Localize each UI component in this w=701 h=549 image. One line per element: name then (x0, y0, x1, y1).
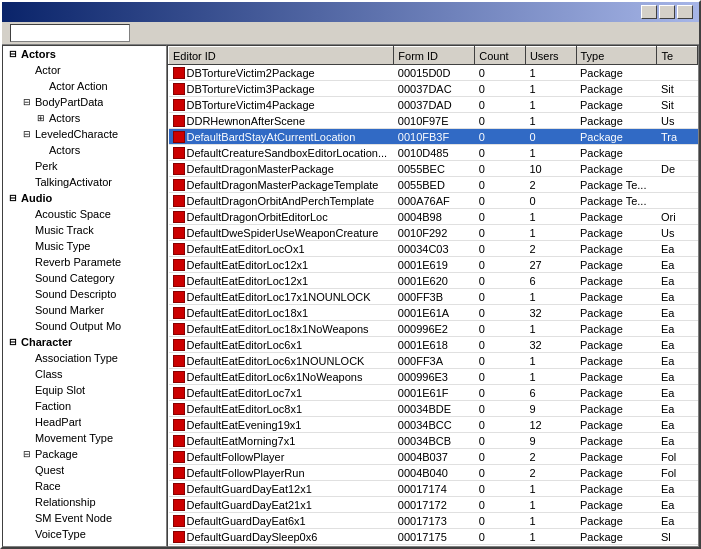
table-row[interactable]: DefaultDragonOrbitAndPerchTemplate000A76… (169, 193, 698, 209)
table-row[interactable]: DefaultEatEditorLoc18x1NoWeapons000996E2… (169, 321, 698, 337)
minimize-button[interactable] (641, 5, 657, 19)
tree-item-character-root[interactable]: ⊟Character (3, 334, 166, 350)
table-row[interactable]: DefaultGuardDayEat12x10001717401PackageE… (169, 481, 698, 497)
cell-users: 12 (525, 417, 576, 433)
tree-item-faction[interactable]: Faction (3, 398, 166, 414)
row-status-icon (173, 387, 185, 399)
cell-users: 0 (525, 129, 576, 145)
tree-item-equip-slot[interactable]: Equip Slot (3, 382, 166, 398)
tree-item-reverb-param[interactable]: Reverb Paramete (3, 254, 166, 270)
tree-item-sound-output[interactable]: Sound Output Mo (3, 318, 166, 334)
tree-item-sound-category[interactable]: Sound Category (3, 270, 166, 286)
table-row[interactable]: DefaultFollowPlayer0004B03702PackageFol (169, 449, 698, 465)
table-row[interactable]: DefaultEatEditorLoc6x1NOUNLOCK000FF3A01P… (169, 353, 698, 369)
cell-count: 0 (475, 97, 526, 113)
tree-item-relationship[interactable]: Relationship (3, 494, 166, 510)
col-editor-id[interactable]: Editor ID (169, 47, 394, 65)
tree-item-voice-type[interactable]: VoiceType (3, 526, 166, 542)
tree-item-music-type[interactable]: Music Type (3, 238, 166, 254)
table-row[interactable]: DBTortureVictim4Package00037DAD01Package… (169, 97, 698, 113)
cell-form-id: 0055BED (394, 177, 475, 193)
expand-icon[interactable]: ⊞ (33, 113, 49, 123)
tree-item-leveled-actors[interactable]: Actors (3, 142, 166, 158)
table-row[interactable]: DefaultEatEditorLoc18x10001E61A032Packag… (169, 305, 698, 321)
tree-item-actors-root[interactable]: ⊟Actors (3, 46, 166, 62)
table-row[interactable]: DefaultDragonMasterPackage0055BEC010Pack… (169, 161, 698, 177)
filter-input[interactable] (10, 24, 130, 42)
col-te[interactable]: Te (657, 47, 698, 65)
tree-item-head-part[interactable]: HeadPart (3, 414, 166, 430)
col-form-id[interactable]: Form ID (394, 47, 475, 65)
maximize-button[interactable] (659, 5, 675, 19)
tree-item-quest[interactable]: Quest (3, 462, 166, 478)
table-row[interactable]: DefaultEatEditorLoc6x1NoWeapons000996E30… (169, 369, 698, 385)
table-row[interactable]: DefaultEatEditorLocOx100034C0302PackageE… (169, 241, 698, 257)
cell-editor-id: DefaultEatEvening19x1 (169, 417, 394, 433)
tree-item-music-track[interactable]: Music Track (3, 222, 166, 238)
cell-form-id: 00034BDE (394, 401, 475, 417)
table-row[interactable]: DefaultDragonMasterPackageTemplate0055BE… (169, 177, 698, 193)
col-users[interactable]: Users (525, 47, 576, 65)
row-status-icon (173, 403, 185, 415)
cell-form-id: 00037DAC (394, 81, 475, 97)
tree-item-perk[interactable]: Perk (3, 158, 166, 174)
expand-icon[interactable]: ⊟ (5, 193, 21, 203)
tree-item-actor-action[interactable]: Actor Action (3, 78, 166, 94)
expand-icon[interactable]: ⊟ (19, 97, 35, 107)
tree-item-race[interactable]: Race (3, 478, 166, 494)
table-row[interactable]: DefaultGuardDayEat21x10001717201PackageE… (169, 497, 698, 513)
tree-item-movement-type[interactable]: Movement Type (3, 430, 166, 446)
table-row[interactable]: DefaultEatEvening19x100034BCC012PackageE… (169, 417, 698, 433)
expand-icon[interactable]: ⊟ (19, 449, 35, 459)
cell-count: 0 (475, 289, 526, 305)
table-row[interactable]: DDRHewnonAfterScene0010F97E01PackageUs (169, 113, 698, 129)
expand-icon[interactable]: ⊟ (5, 49, 21, 59)
table-row[interactable]: DefaultEatEditorLoc12x10001E62006Package… (169, 273, 698, 289)
cell-count: 0 (475, 225, 526, 241)
cell-count: 0 (475, 417, 526, 433)
expand-icon[interactable]: ⊟ (5, 337, 21, 347)
tree-item-acoustic-space[interactable]: Acoustic Space (3, 206, 166, 222)
table-row[interactable]: DefaultGuardDaySleep0x60001717501Package… (169, 529, 698, 545)
tree-item-sound-descriptor[interactable]: Sound Descripto (3, 286, 166, 302)
tree-label: Reverb Paramete (35, 256, 121, 268)
table-row[interactable]: DefaultEatEditorLoc8x100034BDE09PackageE… (169, 401, 698, 417)
cell-type: Package (576, 113, 657, 129)
table-row[interactable]: DefaultEatEditorLoc6x10001E618032Package… (169, 337, 698, 353)
tree-item-sm-event-node[interactable]: SM Event Node (3, 510, 166, 526)
table-row[interactable]: DBTortureVictim3Package00037DAC01Package… (169, 81, 698, 97)
tree-item-package-root[interactable]: ⊟Package (3, 446, 166, 462)
table-row[interactable]: DefaultGuardDayEat6x10001717301PackageEa (169, 513, 698, 529)
tree-item-leveled-char[interactable]: ⊟LeveledCharacte (3, 126, 166, 142)
row-status-icon (173, 83, 185, 95)
table-row[interactable]: DefaultFollowPlayerRun0004B04002PackageF… (169, 465, 698, 481)
cell-form-id: 000FF3B (394, 289, 475, 305)
table-row[interactable]: DefaultBardStayAtCurrentLocation0010FB3F… (169, 129, 698, 145)
cell-editor-id: DefaultEatEditorLoc18x1 (169, 305, 394, 321)
row-status-icon (173, 227, 185, 239)
table-row[interactable]: DefaultDragonOrbitEditorLoc0004B9801Pack… (169, 209, 698, 225)
tree-item-body-actors[interactable]: ⊞Actors (3, 110, 166, 126)
table-row[interactable]: DefaultEatEditorLoc7x10001E61F06PackageE… (169, 385, 698, 401)
close-button[interactable] (677, 5, 693, 19)
table-row[interactable]: DBTortureVictim2Package00015D0D01Package (169, 65, 698, 81)
cell-count: 0 (475, 241, 526, 257)
cell-users: 1 (525, 97, 576, 113)
col-count[interactable]: Count (475, 47, 526, 65)
cell-users: 0 (525, 193, 576, 209)
table-row[interactable]: DefaultEatEditorLoc12x10001E619027Packag… (169, 257, 698, 273)
tree-item-audio-root[interactable]: ⊟Audio (3, 190, 166, 206)
tree-item-sound-marker[interactable]: Sound Marker (3, 302, 166, 318)
tree-item-class[interactable]: Class (3, 366, 166, 382)
tree-item-body-part-data[interactable]: ⊟BodyPartData (3, 94, 166, 110)
table-row[interactable]: DefaultEatMorning7x100034BCB09PackageEa (169, 433, 698, 449)
table-row[interactable]: DefaultCreatureSandboxEditorLocation...0… (169, 145, 698, 161)
table-row[interactable]: DefaultDweSpiderUseWeaponCreature0010F29… (169, 225, 698, 241)
expand-icon[interactable]: ⊟ (19, 129, 35, 139)
cell-type: Package (576, 225, 657, 241)
tree-item-actor[interactable]: Actor (3, 62, 166, 78)
tree-item-association-type[interactable]: Association Type (3, 350, 166, 366)
table-row[interactable]: DefaultEatEditorLoc17x1NOUNLOCK000FF3B01… (169, 289, 698, 305)
col-type[interactable]: Type (576, 47, 657, 65)
tree-item-talking-activator[interactable]: TalkingActivator (3, 174, 166, 190)
